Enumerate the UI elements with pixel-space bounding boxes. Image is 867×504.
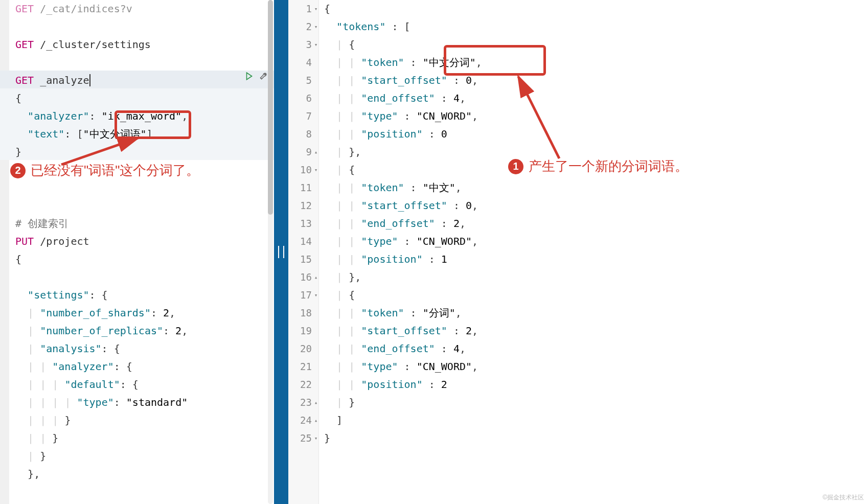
code-line[interactable]: } bbox=[324, 429, 867, 447]
left-scroll-thumb[interactable] bbox=[268, 0, 273, 215]
code-line[interactable]: | { bbox=[324, 36, 867, 54]
fold-marker[interactable] bbox=[313, 215, 319, 233]
line-number: 18 bbox=[288, 304, 313, 322]
code-line[interactable]: | | "token" : "中文", bbox=[324, 179, 867, 197]
code-line[interactable]: | | "start_offset" : 0, bbox=[324, 197, 867, 215]
fold-marker[interactable] bbox=[313, 322, 319, 340]
code-line[interactable]: "settings": { bbox=[15, 286, 270, 304]
code-line[interactable]: ] bbox=[324, 411, 867, 429]
code-line[interactable]: | | | "default": { bbox=[15, 376, 270, 394]
code-line[interactable]: | | "token" : "中文分词", bbox=[324, 54, 867, 72]
fold-marker[interactable]: ▾ bbox=[313, 18, 319, 36]
code-line[interactable]: | | } bbox=[15, 429, 270, 447]
line-numbers: 1234567891011121314151617181920212223242… bbox=[288, 0, 313, 447]
code-line[interactable]: "tokens" : [ bbox=[324, 18, 867, 36]
line-number: 3 bbox=[288, 36, 313, 54]
line-number: 7 bbox=[288, 107, 313, 125]
fold-marker[interactable]: ▴ bbox=[313, 268, 319, 286]
code-line[interactable]: }, bbox=[15, 465, 270, 483]
fold-marker[interactable]: ▾ bbox=[313, 429, 319, 447]
fold-marker[interactable] bbox=[313, 89, 319, 107]
code-line[interactable] bbox=[15, 54, 270, 72]
fold-marker[interactable]: ▴ bbox=[313, 394, 319, 411]
code-line[interactable]: | | "position" : 2 bbox=[324, 376, 867, 394]
code-line[interactable]: | | | | "type": "standard" bbox=[15, 394, 270, 411]
left-scrollbar[interactable] bbox=[268, 0, 273, 504]
code-line[interactable]: | | "type" : "CN_WORD", bbox=[324, 233, 867, 250]
code-line[interactable]: } bbox=[15, 143, 270, 161]
right-code-area[interactable]: { "tokens" : [ | { | | "token" : "中文分词",… bbox=[324, 0, 867, 447]
wrench-icon[interactable] bbox=[258, 71, 269, 82]
fold-marker[interactable] bbox=[313, 340, 319, 358]
fold-marker[interactable] bbox=[313, 54, 319, 72]
code-line[interactable]: "analyzer": "ik_max_word", bbox=[15, 107, 270, 125]
fold-marker[interactable] bbox=[313, 376, 319, 394]
fold-marker[interactable]: ▾ bbox=[313, 0, 319, 18]
line-number: 16 bbox=[288, 268, 313, 286]
code-line[interactable]: GET /_cluster/settings bbox=[15, 36, 270, 54]
fold-marker[interactable] bbox=[313, 107, 319, 125]
code-line[interactable]: "text": ["中文分词语"] bbox=[15, 125, 270, 143]
code-line[interactable] bbox=[15, 161, 270, 179]
code-line[interactable]: | }, bbox=[324, 268, 867, 286]
code-line[interactable]: GET _analyze bbox=[15, 72, 270, 89]
code-line[interactable] bbox=[15, 179, 270, 197]
code-line[interactable] bbox=[15, 268, 270, 286]
code-line[interactable]: { bbox=[15, 89, 270, 107]
fold-marker[interactable]: ▾ bbox=[313, 161, 319, 179]
code-line[interactable]: | | "type" : "CN_WORD", bbox=[324, 107, 867, 125]
code-line[interactable]: | | "end_offset" : 4, bbox=[324, 89, 867, 107]
code-line[interactable]: | | | } bbox=[15, 411, 270, 429]
fold-marker[interactable] bbox=[313, 250, 319, 268]
splitter-handle[interactable] bbox=[274, 0, 288, 504]
code-line[interactable]: | "number_of_shards": 2, bbox=[15, 304, 270, 322]
fold-marker[interactable]: ▾ bbox=[313, 286, 319, 304]
code-line[interactable]: | | "analyzer": { bbox=[15, 358, 270, 376]
line-number: 12 bbox=[288, 197, 313, 215]
fold-marker[interactable] bbox=[313, 358, 319, 376]
code-line[interactable]: { bbox=[15, 250, 270, 268]
fold-marker[interactable]: ▴ bbox=[313, 411, 319, 429]
fold-marker[interactable] bbox=[313, 304, 319, 322]
code-line[interactable]: GET /_cat/indices?v bbox=[15, 0, 270, 18]
response-pane[interactable]: 1234567891011121314151617181920212223242… bbox=[288, 0, 867, 504]
line-number: 13 bbox=[288, 215, 313, 233]
code-line[interactable] bbox=[15, 197, 270, 215]
code-line[interactable] bbox=[15, 18, 270, 36]
code-line[interactable]: | | "end_offset" : 2, bbox=[324, 215, 867, 233]
code-line[interactable]: { bbox=[324, 0, 867, 18]
code-line[interactable]: | "number_of_replicas": 2, bbox=[15, 322, 270, 340]
fold-marker[interactable]: ▴ bbox=[313, 143, 319, 161]
code-line[interactable]: | | "position" : 1 bbox=[324, 250, 867, 268]
code-line[interactable]: | { bbox=[324, 286, 867, 304]
request-editor-pane[interactable]: GET /_cat/indices?v GET /_cluster/settin… bbox=[0, 0, 274, 504]
fold-marker[interactable] bbox=[313, 233, 319, 250]
code-line[interactable]: | | "start_offset" : 0, bbox=[324, 72, 867, 89]
line-number: 25 bbox=[288, 429, 313, 447]
code-line[interactable]: | }, bbox=[324, 143, 867, 161]
code-line[interactable]: | | "token" : "分词", bbox=[324, 304, 867, 322]
fold-marker[interactable] bbox=[313, 125, 319, 143]
fold-column[interactable]: ▾▾▾▴▾▴▾▴▴▾ bbox=[313, 0, 319, 447]
code-line[interactable]: # 创建索引 bbox=[15, 215, 270, 233]
fold-marker[interactable]: ▾ bbox=[313, 36, 319, 54]
line-number: 21 bbox=[288, 358, 313, 376]
code-line[interactable]: | } bbox=[324, 394, 867, 411]
code-line[interactable]: | { bbox=[324, 161, 867, 179]
code-line[interactable]: | } bbox=[15, 447, 270, 465]
line-number: 20 bbox=[288, 340, 313, 358]
run-icon[interactable] bbox=[243, 71, 255, 82]
fold-marker[interactable] bbox=[313, 72, 319, 89]
left-code-area[interactable]: GET /_cat/indices?v GET /_cluster/settin… bbox=[15, 0, 270, 483]
code-line[interactable]: | | "end_offset" : 4, bbox=[324, 340, 867, 358]
fold-marker[interactable] bbox=[313, 197, 319, 215]
code-line[interactable]: | | "start_offset" : 2, bbox=[324, 322, 867, 340]
line-number: 5 bbox=[288, 72, 313, 89]
line-number: 22 bbox=[288, 376, 313, 394]
code-line[interactable]: PUT /project bbox=[15, 233, 270, 250]
code-line[interactable]: | | "type" : "CN_WORD", bbox=[324, 358, 867, 376]
line-number: 23 bbox=[288, 394, 313, 411]
code-line[interactable]: | | "position" : 0 bbox=[324, 125, 867, 143]
fold-marker[interactable] bbox=[313, 179, 319, 197]
code-line[interactable]: | "analysis": { bbox=[15, 340, 270, 358]
